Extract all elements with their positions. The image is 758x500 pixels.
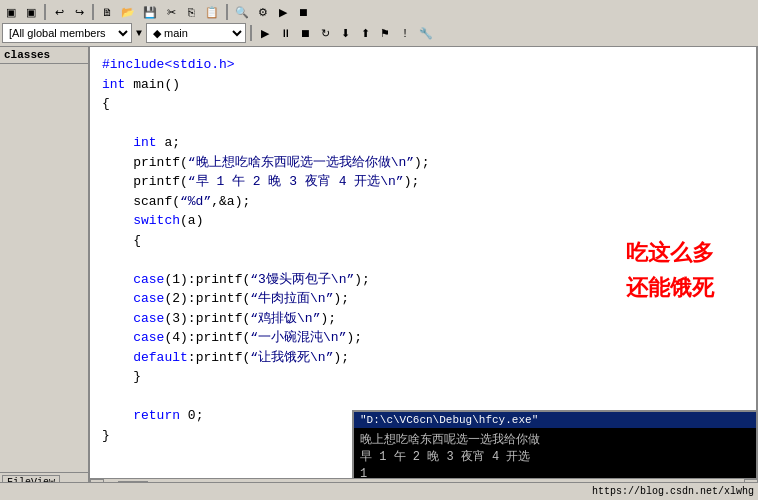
switch-keyword: switch xyxy=(133,213,180,228)
annotation-line1: 吃这么多 xyxy=(626,235,714,270)
str4: “3馒头两包子\n” xyxy=(250,272,354,287)
terminal-line-2: 早 1 午 2 晚 3 夜宵 4 开选 xyxy=(360,449,758,466)
terminal-line-3: 1 xyxy=(360,466,758,478)
main-layout: classes FileView #include<stdio.h> int m… xyxy=(0,47,758,492)
classes-label: classes xyxy=(0,47,88,64)
debug-btn-6[interactable]: ⬆ xyxy=(356,24,374,42)
status-right: https://blog.csdn.net/xlwhg xyxy=(592,486,754,497)
terminal-window: "D:\c\VC6cn\Debug\hfcy.exe" _ □ × 晚上想吃啥东… xyxy=(352,410,758,478)
include-line: #include<stdio.h> xyxy=(102,57,235,72)
main-keyword: int xyxy=(102,77,125,92)
toolbar-btn-10[interactable]: ⚙ xyxy=(254,3,272,21)
toolbar-btn-7[interactable]: ⎘ xyxy=(182,3,200,21)
classes-content xyxy=(0,64,88,472)
debug-btn-8[interactable]: ! xyxy=(396,24,414,42)
debug-btn-7[interactable]: ⚑ xyxy=(376,24,394,42)
debug-btn-2[interactable]: ⏸ xyxy=(276,24,294,42)
toolbar-area: ▣ ▣ ↩ ↪ 🗎 📂 💾 ✂ ⎘ 📋 🔍 ⚙ ▶ ⏹ [All global … xyxy=(0,0,758,47)
case3-keyword: case xyxy=(133,311,164,326)
debug-btn-5[interactable]: ⬇ xyxy=(336,24,354,42)
str2: “早 1 午 2 晚 3 夜宵 4 开选\n” xyxy=(188,174,404,189)
str6: “鸡排饭\n” xyxy=(250,311,320,326)
debug-btn-1[interactable]: ▶ xyxy=(256,24,274,42)
toolbar-btn-5[interactable]: 💾 xyxy=(140,3,160,21)
debug-btn-9[interactable]: 🔧 xyxy=(416,24,436,42)
left-panel: classes FileView xyxy=(0,47,90,492)
code-content: #include<stdio.h> int main() { int a; pr… xyxy=(102,55,744,445)
toolbar-btn-11[interactable]: ▶ xyxy=(274,3,292,21)
toolbar-btn-4[interactable]: 📂 xyxy=(118,3,138,21)
toolbar-btn-9[interactable]: 🔍 xyxy=(232,3,252,21)
terminal-title: "D:\c\VC6cn\Debug\hfcy.exe" xyxy=(360,414,538,426)
debug-btn-3[interactable]: ⏹ xyxy=(296,24,314,42)
str5: “牛肉拉面\n” xyxy=(250,291,333,306)
str1: “晚上想吃啥东西呢选一选我给你做\n” xyxy=(188,155,414,170)
debug-btn-4[interactable]: ↻ xyxy=(316,24,334,42)
toolbar-btn-12[interactable]: ⏹ xyxy=(294,3,312,21)
scope-dropdown[interactable]: [All global members xyxy=(2,23,132,43)
separator-3 xyxy=(226,4,228,20)
toolbar-btn-6[interactable]: ✂ xyxy=(162,3,180,21)
toolbar-btn-2[interactable]: ▣ xyxy=(22,3,40,21)
toolbar-btn-8[interactable]: 📋 xyxy=(202,3,222,21)
case1-keyword: case xyxy=(133,272,164,287)
terminal-titlebar: "D:\c\VC6cn\Debug\hfcy.exe" _ □ × xyxy=(354,412,758,428)
toolbar-btn-1[interactable]: ▣ xyxy=(2,3,20,21)
status-bar: https://blog.csdn.net/xlwhg xyxy=(0,482,758,500)
toolbar-row-1: ▣ ▣ ↩ ↪ 🗎 📂 💾 ✂ ⎘ 📋 🔍 ⚙ ▶ ⏹ xyxy=(2,2,756,22)
int-keyword: int xyxy=(133,135,156,150)
toolbar-row-2: [All global members ▼ ◆ main ▶ ⏸ ⏹ ↻ ⬇ ⬆… xyxy=(2,22,756,44)
terminal-body: 晚上想吃啥东西呢选一选我给你做 早 1 午 2 晚 3 夜宵 4 开选 1 3馒… xyxy=(354,428,758,478)
case2-keyword: case xyxy=(133,291,164,306)
toolbar-undo[interactable]: ↩ xyxy=(50,3,68,21)
annotation-text: 吃这么多 还能饿死 xyxy=(626,235,714,305)
default-keyword: default xyxy=(133,350,188,365)
separator-1 xyxy=(44,4,46,20)
terminal-line-1: 晚上想吃啥东西呢选一选我给你做 xyxy=(360,432,758,449)
case4-keyword: case xyxy=(133,330,164,345)
function-dropdown[interactable]: ◆ main xyxy=(146,23,246,43)
arrow-icon: ▼ xyxy=(136,28,142,39)
return-keyword: return xyxy=(133,408,180,423)
code-panel: #include<stdio.h> int main() { int a; pr… xyxy=(90,47,758,492)
code-editor[interactable]: #include<stdio.h> int main() { int a; pr… xyxy=(90,47,758,478)
toolbar-btn-3[interactable]: 🗎 xyxy=(98,3,116,21)
separator-2 xyxy=(92,4,94,20)
toolbar-redo[interactable]: ↪ xyxy=(70,3,88,21)
str3: “%d” xyxy=(180,194,211,209)
annotation-line2: 还能饿死 xyxy=(626,270,714,305)
str7: “一小碗混沌\n” xyxy=(250,330,346,345)
str8: “让我饿死\n” xyxy=(250,350,333,365)
separator-4 xyxy=(250,25,252,41)
